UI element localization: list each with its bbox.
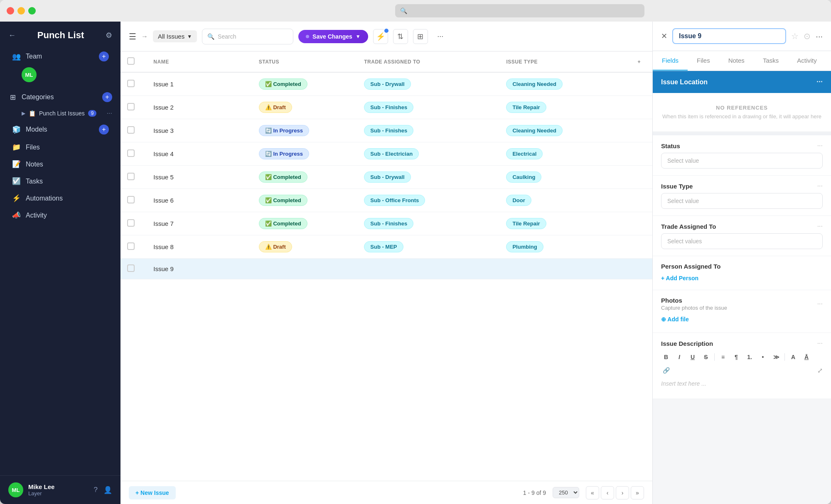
row-trade[interactable]: Sub - Drywall [357,166,499,189]
status-badge[interactable]: ✅ Completed [259,78,307,90]
settings-icon[interactable]: ⚙ [106,31,112,40]
user-icon[interactable]: 👤 [103,486,112,494]
trade-badge[interactable]: Sub - Electrician [364,148,419,159]
per-page-selector[interactable]: 250 100 50 [553,487,579,498]
row-issue-type[interactable]: Electrical [499,142,626,166]
save-changes-button[interactable]: Save Changes ▼ [298,30,368,43]
bold-button[interactable]: B [661,352,671,362]
punchlist-more-icon[interactable]: ··· [107,110,112,117]
issue-type-select[interactable]: Select value [661,193,823,209]
status-badge[interactable]: ⚠️ Draft [259,241,292,252]
row-name[interactable]: Issue 8 [147,235,252,259]
unordered-list-button[interactable]: • [758,352,768,362]
row-status[interactable]: ✅ Completed [252,166,357,189]
tab-tasks[interactable]: Tasks [754,51,788,71]
row-status[interactable]: ⚠️ Draft [252,235,357,259]
sidebar-item-team[interactable]: 👥 Team + [3,47,117,66]
table-row[interactable]: Issue 3 🔄 In Progress Sub - Finishes Cle… [120,119,652,142]
table-row[interactable]: Issue 6 ✅ Completed Sub - Office Fronts … [120,189,652,212]
strikethrough-button[interactable]: S [701,352,711,362]
add-person-button[interactable]: + Add Person [661,273,823,283]
row-trade[interactable]: Sub - Drywall [357,72,499,96]
sidebar-item-activity[interactable]: 📣 Activity [3,207,117,224]
underline-button[interactable]: U [688,352,698,362]
panel-field-issue-type-more[interactable]: ··· [817,182,823,190]
trade-badge[interactable]: Sub - Finishes [364,218,413,229]
trade-select[interactable]: Select values [661,233,823,249]
status-badge[interactable]: ✅ Completed [259,171,307,183]
new-issue-button[interactable]: + New Issue [129,486,176,499]
row-name[interactable]: Issue 6 [147,189,252,212]
last-page-button[interactable]: » [631,486,644,499]
type-badge[interactable]: Caulking [506,171,541,183]
row-issue-type[interactable]: Door [499,189,626,212]
link-button[interactable]: 🔗 [661,365,671,375]
row-checkbox[interactable] [127,219,135,227]
row-status[interactable]: 🔄 In Progress [252,142,357,166]
row-checkbox[interactable] [127,173,135,180]
status-badge[interactable]: 🔄 In Progress [259,125,309,136]
table-row[interactable]: Issue 2 ⚠️ Draft Sub - Finishes Tile Rep… [120,96,652,119]
add-file-button[interactable]: ⊕ Add file [661,313,823,326]
row-checkbox[interactable] [127,80,135,87]
row-checkbox[interactable] [127,149,135,157]
sidebar-item-models[interactable]: 🧊 Models + [3,120,117,139]
row-status[interactable]: ⚠️ Draft [252,96,357,119]
row-status[interactable]: ✅ Completed [252,72,357,96]
minimize-traffic-light[interactable] [17,7,25,15]
row-checkbox[interactable] [127,264,135,272]
row-checkbox[interactable] [127,196,135,203]
panel-check-icon[interactable]: ⊙ [804,31,811,41]
select-all-checkbox[interactable] [127,57,135,65]
expand-icon[interactable]: ⤢ [817,367,823,374]
row-trade[interactable]: Sub - MEP [357,235,499,259]
row-trade[interactable]: Sub - Office Fronts [357,189,499,212]
font-color-button[interactable]: A [788,352,798,362]
row-issue-type[interactable]: Cleaning Needed [499,119,626,142]
panel-field-status-more[interactable]: ··· [817,142,823,149]
status-badge[interactable]: ⚠️ Draft [259,102,292,113]
table-row[interactable]: Issue 5 ✅ Completed Sub - Drywall Caulki… [120,166,652,189]
sidebar-item-automations[interactable]: ⚡ Automations [3,190,117,207]
type-badge[interactable]: Cleaning Needed [506,125,562,136]
trade-badge[interactable]: Sub - Drywall [364,78,411,90]
panel-section-more-icon[interactable]: ··· [816,78,823,86]
back-button[interactable]: ← [8,31,16,40]
row-name[interactable]: Issue 7 [147,212,252,235]
trade-badge[interactable]: Sub - Finishes [364,102,413,113]
row-name[interactable]: Issue 3 [147,119,252,142]
sidebar-item-tasks[interactable]: ☑️ Tasks [3,173,117,190]
prev-page-button[interactable]: ‹ [601,486,614,499]
sidebar-item-punchlist[interactable]: ▶ 📋 Punch List Issues 9 ··· [0,106,120,120]
row-name[interactable]: Issue 5 [147,166,252,189]
row-trade[interactable]: Sub - Electrician [357,142,499,166]
type-badge[interactable]: Tile Repair [506,218,546,229]
first-page-button[interactable]: « [586,486,599,499]
trade-badge[interactable]: Sub - Finishes [364,125,413,136]
row-status[interactable]: ✅ Completed [252,212,357,235]
row-status[interactable] [252,259,357,279]
type-badge[interactable]: Door [506,195,531,206]
row-name[interactable]: Issue 1 [147,72,252,96]
table-row[interactable]: Issue 9 [120,259,652,279]
type-badge[interactable]: Cleaning Needed [506,78,562,90]
more-options-button[interactable]: ··· [433,29,448,44]
col-header-add[interactable]: + [626,51,652,72]
hamburger-menu-icon[interactable]: ☰ [129,32,136,42]
row-checkbox[interactable] [127,103,135,110]
trade-badge[interactable]: Sub - MEP [364,241,403,252]
type-badge[interactable]: Electrical [506,148,543,159]
view-selector[interactable]: All Issues ▼ [153,30,197,42]
table-row[interactable]: Issue 7 ✅ Completed Sub - Finishes Tile … [120,212,652,235]
type-badge[interactable]: Tile Repair [506,102,546,113]
next-page-button[interactable]: › [616,486,629,499]
models-add-button[interactable]: + [99,125,109,135]
table-row[interactable]: Issue 8 ⚠️ Draft Sub - MEP Plumbing [120,235,652,259]
maximize-traffic-light[interactable] [28,7,36,15]
tab-notes[interactable]: Notes [719,51,754,71]
search-bar[interactable]: 🔍 Search [202,29,293,44]
table-row[interactable]: Issue 1 ✅ Completed Sub - Drywall Cleani… [120,72,652,96]
row-issue-type[interactable] [499,259,626,279]
sidebar-item-files[interactable]: 📁 Files [3,139,117,156]
panel-desc-more[interactable]: ··· [817,340,823,347]
